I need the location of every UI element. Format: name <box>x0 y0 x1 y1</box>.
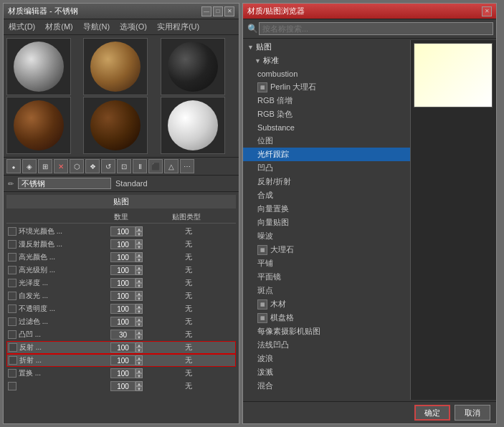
toolbar-btn-8[interactable]: Ⅱ <box>133 159 147 173</box>
browser-item[interactable]: 混合 <box>243 379 410 393</box>
map-num-3[interactable]: 100 <box>110 265 135 275</box>
close-btn[interactable]: ✕ <box>224 6 234 16</box>
map-spinner-12[interactable]: ▲ ▼ <box>135 381 143 391</box>
map-row[interactable]: 100 ▲ ▼ 无 <box>6 380 236 393</box>
browser-item[interactable]: RGB 染色 <box>243 107 410 121</box>
browser-item[interactable]: 法线凹凸 <box>243 338 410 352</box>
map-row[interactable]: 自发光 ... 100 ▲ ▼ 无 <box>6 289 236 302</box>
subsection-standard[interactable]: ▼ 标准 <box>243 54 410 67</box>
map-spinner-4[interactable]: ▲ ▼ <box>135 278 143 288</box>
map-checkbox-11[interactable] <box>8 369 16 378</box>
browser-item[interactable]: 光纤跟踪 <box>243 148 410 161</box>
map-checkbox-9[interactable] <box>9 343 17 352</box>
preview-cell-3[interactable] <box>161 38 225 95</box>
browser-item[interactable]: ▦棋盘格 <box>243 311 410 325</box>
confirm-button[interactable]: 确定 <box>414 405 450 421</box>
map-spinner-1[interactable]: ▲ ▼ <box>135 239 143 249</box>
map-row[interactable]: 高光颜色 ... 100 ▲ ▼ 无 <box>6 251 236 264</box>
map-spinner-8[interactable]: ▲ ▼ <box>135 330 143 340</box>
map-num-12[interactable]: 100 <box>110 381 135 391</box>
map-spinner-3[interactable]: ▲ ▼ <box>135 265 143 275</box>
map-checkbox-3[interactable] <box>8 266 16 274</box>
map-row[interactable]: 反射 ... 100 ▲ ▼ 无 <box>6 341 236 354</box>
browser-item[interactable]: ▦木材 <box>243 297 410 311</box>
menu-options[interactable]: 选项(O) <box>118 21 149 33</box>
map-spinner-6[interactable]: ▲ ▼ <box>135 304 143 314</box>
toolbar-btn-2[interactable]: ◈ <box>22 159 37 173</box>
section-maps[interactable]: ▼ 贴图 <box>243 40 410 54</box>
toolbar-btn-4[interactable]: ⬡ <box>70 159 84 173</box>
toolbar-btn-delete[interactable]: ✕ <box>54 159 68 173</box>
map-num-7[interactable]: 100 <box>110 317 135 327</box>
cancel-button[interactable]: 取消 <box>455 405 490 421</box>
menu-nav[interactable]: 导航(N) <box>81 21 112 33</box>
map-num-9[interactable]: 100 <box>110 342 135 352</box>
map-spinner-7[interactable]: ▲ ▼ <box>135 317 143 327</box>
map-checkbox-2[interactable] <box>8 253 16 262</box>
map-row[interactable]: 漫反射颜色 ... 100 ▲ ▼ 无 <box>6 238 236 251</box>
map-row[interactable]: 光泽度 ... 100 ▲ ▼ 无 <box>6 277 236 289</box>
map-checkbox-8[interactable] <box>8 330 16 339</box>
browser-item[interactable]: 反射/折射 <box>243 175 410 188</box>
map-checkbox-10[interactable] <box>9 356 17 365</box>
map-num-4[interactable]: 100 <box>110 278 135 288</box>
map-num-11[interactable]: 100 <box>110 368 135 378</box>
map-num-1[interactable]: 100 <box>110 239 135 249</box>
map-num-5[interactable]: 100 <box>110 291 135 301</box>
map-num-2[interactable]: 100 <box>110 252 135 262</box>
preview-cell-2[interactable] <box>83 38 148 95</box>
map-row[interactable]: 凸凹 ... 30 ▲ ▼ 无 <box>6 328 236 341</box>
preview-cell-5[interactable] <box>83 97 148 154</box>
map-spinner-11[interactable]: ▲ ▼ <box>135 368 143 378</box>
map-row[interactable]: 过滤色 ... 100 ▲ ▼ 无 <box>6 315 236 328</box>
material-name-input[interactable] <box>18 178 111 189</box>
minimize-btn[interactable]: — <box>201 6 211 16</box>
map-checkbox-0[interactable] <box>8 227 16 236</box>
toolbar-btn-10[interactable]: △ <box>164 159 179 173</box>
preview-cell-1[interactable] <box>6 38 71 95</box>
map-spinner-5[interactable]: ▲ ▼ <box>135 291 143 301</box>
browser-item[interactable]: ▦大理石 <box>243 243 410 256</box>
search-input[interactable] <box>259 22 493 35</box>
menu-material[interactable]: 材质(M) <box>43 21 75 33</box>
browser-item[interactable]: 斑点 <box>243 284 410 297</box>
map-row[interactable]: 高光级别 ... 100 ▲ ▼ 无 <box>6 264 236 277</box>
map-checkbox-6[interactable] <box>8 304 16 313</box>
map-spinner-2[interactable]: ▲ ▼ <box>135 252 143 262</box>
map-checkbox-12[interactable] <box>8 382 16 390</box>
browser-item[interactable]: combustion <box>243 67 410 80</box>
browser-item[interactable]: 噪波 <box>243 229 410 243</box>
preview-cell-4[interactable] <box>6 97 71 154</box>
map-checkbox-7[interactable] <box>8 317 16 326</box>
preview-cell-6[interactable] <box>161 97 225 154</box>
toolbar-btn-5[interactable]: ❖ <box>85 159 100 173</box>
map-row[interactable]: 置换 ... 100 ▲ ▼ 无 <box>6 367 236 380</box>
map-spinner-10[interactable]: ▲ ▼ <box>135 355 143 365</box>
browser-item[interactable]: Substance <box>243 121 410 134</box>
map-num-0[interactable]: 100 <box>110 226 135 236</box>
browser-item[interactable]: 向量贴图 <box>243 216 410 229</box>
toolbar-btn-6[interactable]: ↺ <box>101 159 115 173</box>
map-row[interactable]: 折射 ... 100 ▲ ▼ 无 <box>6 354 236 367</box>
toolbar-btn-1[interactable]: ⬥ <box>6 159 21 173</box>
menu-utilities[interactable]: 实用程序(U) <box>155 21 201 33</box>
map-row[interactable]: 不透明度 ... 100 ▲ ▼ 无 <box>6 302 236 315</box>
browser-item[interactable]: 波浪 <box>243 352 410 365</box>
browser-item[interactable]: ▦Perlin 大理石 <box>243 80 410 94</box>
toolbar-btn-7[interactable]: ⊡ <box>117 159 131 173</box>
browser-item[interactable]: RGB 倍增 <box>243 94 410 107</box>
browser-item[interactable]: 位图 <box>243 134 410 148</box>
map-num-8[interactable]: 30 <box>110 330 135 340</box>
map-checkbox-1[interactable] <box>8 240 16 249</box>
browser-close-btn[interactable]: ✕ <box>482 6 492 16</box>
toolbar-btn-11[interactable]: ⋯ <box>180 159 194 173</box>
browser-item[interactable]: 平面镜 <box>243 270 410 284</box>
map-row[interactable]: 环境光颜色 ... 100 ▲ ▼ 无 <box>6 225 236 238</box>
menu-mode[interactable]: 模式(D) <box>6 21 37 33</box>
toolbar-btn-9[interactable]: ⬛ <box>148 159 163 173</box>
map-spinner-9[interactable]: ▲ ▼ <box>135 342 143 352</box>
maximize-btn[interactable]: □ <box>213 6 223 16</box>
browser-item[interactable]: 凹凸 <box>243 161 410 175</box>
map-checkbox-5[interactable] <box>8 292 16 300</box>
browser-item[interactable]: 合成 <box>243 188 410 202</box>
